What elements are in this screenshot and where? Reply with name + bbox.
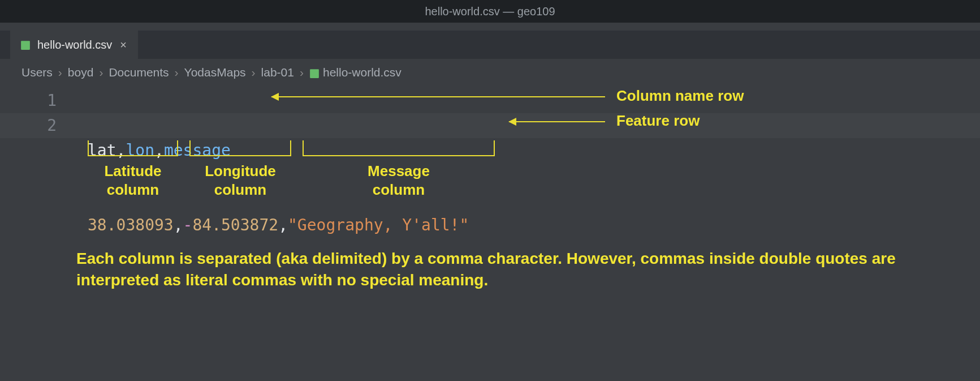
code-line-2[interactable]: 38.038093,-84.503872,"Geography, Y'all!" bbox=[88, 213, 469, 238]
token-minus: - bbox=[183, 216, 193, 234]
line-number-gutter: 1 2 bbox=[0, 87, 74, 138]
svg-rect-8 bbox=[311, 71, 314, 72]
annotation-longitude-column: Longitude column bbox=[184, 162, 297, 199]
svg-rect-4 bbox=[25, 44, 29, 45]
token-comma: , bbox=[278, 216, 288, 234]
close-icon[interactable]: × bbox=[119, 38, 128, 52]
annotation-latitude-column: Latitude column bbox=[88, 162, 178, 199]
window-titlebar: hello-world.csv — geo109 bbox=[0, 0, 980, 23]
code-editor[interactable]: 1 2 lat,lon,message 38.038093,-84.503872… bbox=[0, 84, 980, 381]
tab-label: hello-world.csv bbox=[37, 38, 112, 52]
annotation-column-name-row: Column name row bbox=[616, 87, 744, 105]
chevron-right-icon: › bbox=[300, 66, 304, 79]
tab-bar: hello-world.csv × bbox=[0, 31, 980, 59]
svg-rect-12 bbox=[311, 76, 314, 77]
svg-rect-11 bbox=[314, 73, 318, 74]
line-number: 1 bbox=[0, 88, 57, 113]
breadcrumb-file[interactable]: hello-world.csv bbox=[309, 66, 402, 79]
svg-rect-9 bbox=[314, 71, 318, 72]
chevron-right-icon: › bbox=[99, 66, 103, 79]
chevron-right-icon: › bbox=[252, 66, 256, 79]
csv-file-icon bbox=[309, 68, 320, 78]
breadcrumb-segment[interactable]: boyd bbox=[68, 66, 94, 79]
svg-rect-13 bbox=[314, 76, 318, 77]
annotation-explanation: Each column is separated (aka delimited)… bbox=[76, 248, 964, 291]
token-lon-value: 84.503872 bbox=[192, 216, 278, 234]
token-message-value: "Geography, Y'all!" bbox=[288, 216, 469, 234]
breadcrumb-segment[interactable]: lab-01 bbox=[261, 66, 294, 79]
breadcrumb-segment[interactable]: Users bbox=[21, 66, 53, 79]
tab-hello-world[interactable]: hello-world.csv × bbox=[10, 31, 138, 59]
token-comma: , bbox=[174, 216, 183, 234]
annotation-feature-row: Feature row bbox=[616, 112, 700, 130]
breadcrumb: Users › boyd › Documents › YodasMaps › l… bbox=[0, 59, 980, 84]
chevron-right-icon: › bbox=[58, 66, 62, 79]
breadcrumb-segment[interactable]: Documents bbox=[109, 66, 169, 79]
svg-rect-10 bbox=[311, 73, 314, 74]
breadcrumb-filename: hello-world.csv bbox=[323, 66, 402, 79]
svg-rect-3 bbox=[22, 44, 25, 45]
bracket-lat bbox=[88, 140, 178, 156]
annotation-message-column: Message column bbox=[314, 162, 483, 199]
csv-file-icon bbox=[20, 40, 31, 50]
bracket-lon bbox=[189, 140, 291, 156]
arrow-icon bbox=[509, 121, 605, 122]
bracket-msg bbox=[303, 140, 495, 156]
svg-rect-5 bbox=[22, 47, 25, 48]
svg-rect-6 bbox=[25, 47, 29, 48]
breadcrumb-segment[interactable]: YodasMaps bbox=[184, 66, 246, 79]
svg-rect-2 bbox=[25, 42, 29, 43]
token-lat-value: 38.038093 bbox=[88, 216, 174, 234]
svg-rect-1 bbox=[22, 42, 25, 43]
window-title: hello-world.csv — geo109 bbox=[425, 5, 555, 18]
chevron-right-icon: › bbox=[175, 66, 179, 79]
arrow-icon bbox=[271, 96, 605, 97]
line-number: 2 bbox=[0, 113, 57, 138]
